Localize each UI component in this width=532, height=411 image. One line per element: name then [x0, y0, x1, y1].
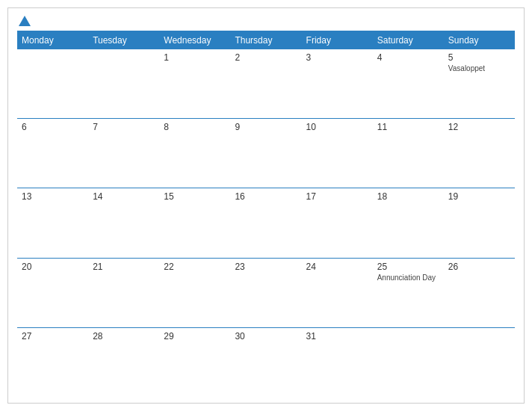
day-cell: 10: [302, 119, 373, 188]
day-cell: 3: [302, 49, 373, 118]
day-number: 19: [448, 191, 510, 202]
weeks-container: 12345Vasaloppet6789101112131415161718192…: [17, 49, 515, 397]
day-header-friday: Friday: [302, 32, 373, 49]
day-cell: 28: [88, 328, 159, 397]
day-number: 8: [164, 122, 226, 132]
day-cell: 21: [88, 259, 159, 327]
day-cell: 20: [17, 259, 88, 327]
day-cell: 13: [17, 188, 88, 257]
day-number: 28: [93, 331, 155, 342]
day-cell: 29: [159, 328, 230, 397]
day-cell: 5Vasaloppet: [444, 49, 515, 118]
day-header-thursday: Thursday: [230, 32, 301, 49]
day-header-monday: Monday: [17, 32, 88, 49]
day-cell: 26: [444, 259, 515, 327]
day-number: 7: [93, 122, 155, 132]
day-number: 23: [235, 262, 297, 272]
week-row-3: 202122232425Annunciation Day26: [17, 258, 515, 327]
day-number: 1: [164, 52, 226, 63]
day-cell: 23: [230, 259, 301, 327]
day-cell: 22: [159, 259, 230, 327]
week-row-2: 13141516171819: [17, 188, 515, 257]
day-cell: 27: [17, 328, 88, 397]
day-number: 11: [377, 122, 439, 132]
day-cell: 11: [373, 119, 444, 188]
week-row-0: 12345Vasaloppet: [17, 49, 515, 118]
day-header-saturday: Saturday: [373, 32, 444, 49]
week-row-4: 2728293031: [17, 327, 515, 397]
calendar-grid: MondayTuesdayWednesdayThursdayFridaySatu…: [17, 31, 515, 397]
day-cell: 6: [17, 119, 88, 188]
logo-triangle-icon: [19, 16, 31, 26]
day-number: 25: [377, 262, 439, 272]
day-number: 13: [22, 191, 84, 202]
logo: [17, 16, 31, 26]
day-number: 4: [377, 52, 439, 63]
day-cell: 16: [230, 188, 301, 257]
day-number: 29: [164, 331, 226, 342]
day-cell: 31: [302, 328, 373, 397]
day-number: 22: [164, 262, 226, 272]
day-number: 9: [235, 122, 297, 132]
day-number: 5: [448, 52, 510, 63]
calendar-container: MondayTuesdayWednesdayThursdayFridaySatu…: [7, 7, 525, 404]
day-number: 24: [306, 262, 368, 272]
day-number: 18: [377, 191, 439, 202]
day-number: 3: [306, 52, 368, 63]
day-number: 2: [235, 52, 297, 63]
day-cell: [444, 328, 515, 397]
day-cell: 7: [88, 119, 159, 188]
calendar-header: [17, 16, 515, 26]
day-cell: [373, 328, 444, 397]
day-number: 14: [93, 191, 155, 202]
day-number: 12: [448, 122, 510, 132]
day-number: 6: [22, 122, 84, 132]
day-number: 17: [306, 191, 368, 202]
day-cell: 2: [230, 49, 301, 118]
day-cell: 18: [373, 188, 444, 257]
day-number: 15: [164, 191, 226, 202]
day-cell: 1: [159, 49, 230, 118]
day-number: 21: [93, 262, 155, 272]
day-headers-row: MondayTuesdayWednesdayThursdayFridaySatu…: [17, 32, 515, 49]
day-cell: 12: [444, 119, 515, 188]
event-text: Vasaloppet: [448, 64, 510, 73]
day-cell: 9: [230, 119, 301, 188]
day-header-tuesday: Tuesday: [88, 32, 159, 49]
week-row-1: 6789101112: [17, 118, 515, 188]
day-header-sunday: Sunday: [444, 32, 515, 49]
day-cell: [17, 49, 88, 118]
day-cell: 25Annunciation Day: [373, 259, 444, 327]
day-cell: [88, 49, 159, 118]
day-number: 30: [235, 331, 297, 342]
day-cell: 8: [159, 119, 230, 188]
day-number: 16: [235, 191, 297, 202]
day-number: 10: [306, 122, 368, 132]
day-cell: 14: [88, 188, 159, 257]
day-header-wednesday: Wednesday: [159, 32, 230, 49]
event-text: Annunciation Day: [377, 274, 439, 282]
day-cell: 24: [302, 259, 373, 327]
day-cell: 30: [230, 328, 301, 397]
day-number: 20: [22, 262, 84, 272]
day-cell: 15: [159, 188, 230, 257]
day-number: 31: [306, 331, 368, 342]
day-number: 26: [448, 262, 510, 272]
day-cell: 4: [373, 49, 444, 118]
day-number: 27: [22, 331, 84, 342]
day-cell: 17: [302, 188, 373, 257]
day-cell: 19: [444, 188, 515, 257]
